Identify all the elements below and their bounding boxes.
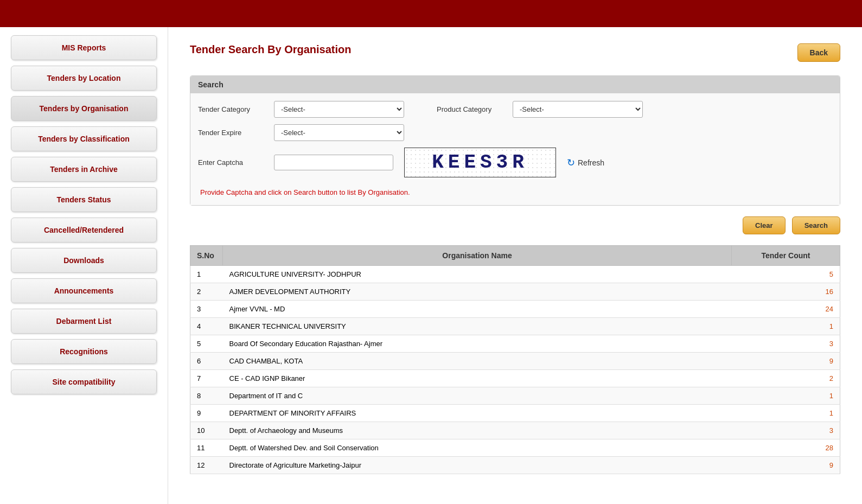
sidebar-btn-announcements[interactable]: Announcements — [11, 278, 157, 303]
sidebar-btn-cancelled-retendered[interactable]: Cancelled/Retendered — [11, 218, 157, 243]
sidebar: MIS ReportsTenders by LocationTenders by… — [0, 27, 168, 504]
table-row: 11Deptt. of Watershed Dev. and Soil Cons… — [190, 439, 840, 457]
cell-org-name: Deptt. of Archaeology and Museums — [223, 422, 732, 439]
cell-org-name: Directorate of Agriculture Marketing-Jai… — [223, 457, 732, 474]
search-button[interactable]: Search — [792, 216, 840, 234]
product-category-label: Product Category — [437, 105, 502, 113]
captcha-row: Enter Captcha KEES3R ↻ Refresh — [198, 148, 832, 177]
cell-tender-count: 1 — [732, 387, 840, 405]
cell-tender-count: 1 — [732, 405, 840, 422]
sidebar-btn-recognitions[interactable]: Recognitions — [11, 339, 157, 364]
cell-sno: 5 — [190, 335, 223, 353]
col-org-name: Organisation Name — [223, 246, 732, 266]
cell-org-name: CAD CHAMBAL, KOTA — [223, 353, 732, 370]
cell-org-name: BIKANER TECHNICAL UNIVERSITY — [223, 318, 732, 335]
clear-button[interactable]: Clear — [743, 216, 786, 234]
cell-tender-count: 3 — [732, 422, 840, 439]
table-body: 1AGRICULTURE UNIVERSITY- JODHPUR52AJMER … — [190, 266, 840, 474]
cell-org-name: CE - CAD IGNP Bikaner — [223, 370, 732, 387]
cell-sno: 9 — [190, 405, 223, 422]
tender-category-select[interactable]: -Select- — [274, 101, 404, 118]
product-category-select[interactable]: -Select- — [513, 101, 643, 118]
tender-expire-row: Tender Expire -Select- — [198, 124, 832, 141]
table-row: 8Department of IT and C1 — [190, 387, 840, 405]
captcha-image: KEES3R — [404, 148, 556, 177]
table-row: 4BIKANER TECHNICAL UNIVERSITY1 — [190, 318, 840, 335]
cell-sno: 7 — [190, 370, 223, 387]
sidebar-btn-downloads[interactable]: Downloads — [11, 248, 157, 273]
table-row: 9DEPARTMENT OF MINORITY AFFAIRS1 — [190, 405, 840, 422]
cell-sno: 3 — [190, 301, 223, 318]
table-row: 3Ajmer VVNL - MD24 — [190, 301, 840, 318]
tender-category-label: Tender Category — [198, 105, 263, 113]
cell-sno: 10 — [190, 422, 223, 439]
cell-sno: 8 — [190, 387, 223, 405]
cell-org-name: DEPARTMENT OF MINORITY AFFAIRS — [223, 405, 732, 422]
cell-sno: 11 — [190, 439, 223, 457]
captcha-input[interactable] — [274, 155, 393, 170]
page-title: Tender Search By Organisation — [190, 43, 352, 56]
sidebar-btn-tenders-by-location[interactable]: Tenders by Location — [11, 66, 157, 91]
col-tender-count: Tender Count — [732, 246, 840, 266]
tender-expire-label: Tender Expire — [198, 129, 263, 137]
cell-tender-count: 3 — [732, 335, 840, 353]
cell-tender-count: 28 — [732, 439, 840, 457]
table-row: 5Board Of Secondary Education Rajasthan-… — [190, 335, 840, 353]
table-row: 7CE - CAD IGNP Bikaner2 — [190, 370, 840, 387]
info-text: Provide Captcha and click on Search butt… — [198, 184, 832, 197]
search-section-label: Search — [190, 76, 840, 93]
sidebar-btn-tenders-by-organisation[interactable]: Tenders by Organisation — [11, 96, 157, 121]
cell-sno: 2 — [190, 283, 223, 301]
cell-tender-count: 1 — [732, 318, 840, 335]
refresh-icon: ↻ — [567, 157, 575, 169]
cell-org-name: AJMER DEVELOPMENT AUTHORITY — [223, 283, 732, 301]
search-box: Search Tender Category -Select- Product … — [190, 75, 840, 206]
back-button[interactable]: Back — [797, 43, 840, 62]
table-header-row: S.No Organisation Name Tender Count — [190, 246, 840, 266]
refresh-label: Refresh — [578, 158, 604, 167]
sidebar-btn-tenders-status[interactable]: Tenders Status — [11, 187, 157, 212]
col-sno: S.No — [190, 246, 223, 266]
captcha-text: KEES3R — [432, 151, 528, 174]
table-row: 12Directorate of Agriculture Marketing-J… — [190, 457, 840, 474]
content-area: Tender Search By Organisation Back Searc… — [168, 27, 862, 504]
sidebar-btn-tenders-by-classification[interactable]: Tenders by Classification — [11, 126, 157, 151]
sidebar-btn-site-compatibility[interactable]: Site compatibility — [11, 369, 157, 394]
sidebar-btn-mis-reports[interactable]: MIS Reports — [11, 35, 157, 60]
cell-sno: 6 — [190, 353, 223, 370]
cell-org-name: Board Of Secondary Education Rajasthan- … — [223, 335, 732, 353]
content-header: Tender Search By Organisation Back — [190, 43, 840, 62]
captcha-label: Enter Captcha — [198, 158, 263, 167]
cell-org-name: Deptt. of Watershed Dev. and Soil Conser… — [223, 439, 732, 457]
cell-tender-count: 9 — [732, 457, 840, 474]
cell-org-name: AGRICULTURE UNIVERSITY- JODHPUR — [223, 266, 732, 283]
cell-org-name: Department of IT and C — [223, 387, 732, 405]
sidebar-btn-tenders-in-archive[interactable]: Tenders in Archive — [11, 157, 157, 182]
refresh-button[interactable]: ↻ Refresh — [567, 157, 604, 169]
tender-category-row: Tender Category -Select- Product Categor… — [198, 101, 832, 118]
cell-sno: 12 — [190, 457, 223, 474]
cell-tender-count: 9 — [732, 353, 840, 370]
cell-tender-count: 5 — [732, 266, 840, 283]
table-row: 10Deptt. of Archaeology and Museums3 — [190, 422, 840, 439]
search-box-body: Tender Category -Select- Product Categor… — [190, 93, 840, 205]
cell-sno: 4 — [190, 318, 223, 335]
cell-tender-count: 24 — [732, 301, 840, 318]
cell-tender-count: 2 — [732, 370, 840, 387]
tender-expire-select[interactable]: -Select- — [274, 124, 404, 141]
table-row: 2AJMER DEVELOPMENT AUTHORITY16 — [190, 283, 840, 301]
top-bar — [0, 0, 862, 27]
results-table: S.No Organisation Name Tender Count 1AGR… — [190, 245, 840, 474]
table-row: 1AGRICULTURE UNIVERSITY- JODHPUR5 — [190, 266, 840, 283]
cell-sno: 1 — [190, 266, 223, 283]
cell-tender-count: 16 — [732, 283, 840, 301]
table-row: 6CAD CHAMBAL, KOTA9 — [190, 353, 840, 370]
action-row: Clear Search — [190, 216, 840, 234]
cell-org-name: Ajmer VVNL - MD — [223, 301, 732, 318]
sidebar-btn-debarment-list[interactable]: Debarment List — [11, 309, 157, 334]
